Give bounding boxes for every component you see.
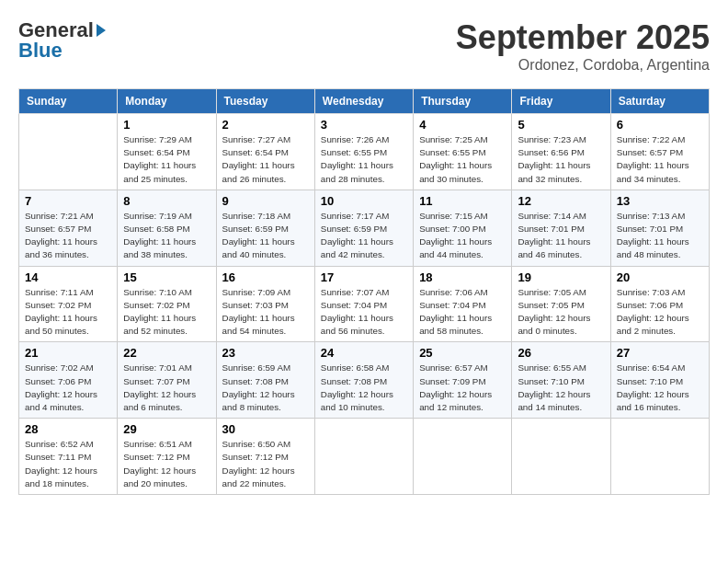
day-number: 17	[321, 270, 407, 284]
day-info: Sunrise: 6:50 AM Sunset: 7:12 PM Dayligh…	[222, 438, 309, 490]
header-saturday: Saturday	[610, 89, 709, 114]
day-info: Sunrise: 6:55 AM Sunset: 7:10 PM Dayligh…	[518, 362, 604, 414]
calendar-cell	[19, 114, 118, 190]
calendar-cell: 17Sunrise: 7:07 AM Sunset: 7:04 PM Dayli…	[314, 266, 413, 342]
calendar-cell: 30Sunrise: 6:50 AM Sunset: 7:12 PM Dayli…	[216, 419, 314, 495]
week-row-3: 21Sunrise: 7:02 AM Sunset: 7:06 PM Dayli…	[19, 342, 710, 419]
day-number: 8	[123, 194, 210, 208]
day-info: Sunrise: 7:18 AM Sunset: 6:59 PM Dayligh…	[222, 210, 309, 262]
day-number: 7	[25, 194, 111, 208]
day-info: Sunrise: 7:10 AM Sunset: 7:02 PM Dayligh…	[123, 286, 210, 339]
calendar-header-row: SundayMondayTuesdayWednesdayThursdayFrid…	[19, 89, 710, 114]
day-info: Sunrise: 7:01 AM Sunset: 7:07 PM Dayligh…	[123, 362, 210, 414]
calendar-cell: 13Sunrise: 7:13 AM Sunset: 7:01 PM Dayli…	[610, 190, 709, 266]
day-info: Sunrise: 6:58 AM Sunset: 7:08 PM Dayligh…	[321, 362, 407, 414]
day-info: Sunrise: 6:52 AM Sunset: 7:11 PM Dayligh…	[25, 438, 111, 490]
day-info: Sunrise: 7:17 AM Sunset: 6:59 PM Dayligh…	[321, 210, 407, 262]
header-friday: Friday	[512, 89, 610, 114]
day-info: Sunrise: 7:05 AM Sunset: 7:05 PM Dayligh…	[518, 286, 604, 339]
day-info: Sunrise: 6:59 AM Sunset: 7:08 PM Dayligh…	[222, 362, 309, 414]
day-info: Sunrise: 7:22 AM Sunset: 6:57 PM Dayligh…	[617, 133, 703, 186]
month-title: September 2025	[456, 18, 710, 57]
day-number: 27	[617, 346, 703, 360]
header-wednesday: Wednesday	[314, 89, 413, 114]
calendar-cell: 19Sunrise: 7:05 AM Sunset: 7:05 PM Dayli…	[512, 266, 610, 342]
header: General Blue September 2025 Ordonez, Cor…	[18, 18, 710, 74]
day-info: Sunrise: 7:02 AM Sunset: 7:06 PM Dayligh…	[25, 362, 111, 414]
day-number: 4	[419, 118, 506, 132]
calendar-table: SundayMondayTuesdayWednesdayThursdayFrid…	[18, 88, 710, 495]
day-info: Sunrise: 7:19 AM Sunset: 6:58 PM Dayligh…	[123, 210, 210, 262]
day-info: Sunrise: 7:03 AM Sunset: 7:06 PM Dayligh…	[617, 286, 703, 339]
week-row-4: 28Sunrise: 6:52 AM Sunset: 7:11 PM Dayli…	[19, 419, 710, 495]
day-number: 25	[419, 346, 506, 360]
calendar-cell: 15Sunrise: 7:10 AM Sunset: 7:02 PM Dayli…	[118, 266, 216, 342]
day-number: 23	[222, 346, 309, 360]
calendar-cell	[512, 419, 610, 495]
calendar-cell: 12Sunrise: 7:14 AM Sunset: 7:01 PM Dayli…	[512, 190, 610, 266]
week-row-1: 7Sunrise: 7:21 AM Sunset: 6:57 PM Daylig…	[19, 190, 710, 266]
day-number: 12	[518, 194, 604, 208]
day-number: 26	[518, 346, 604, 360]
calendar-cell	[414, 419, 512, 495]
day-number: 20	[617, 270, 703, 284]
calendar-cell: 26Sunrise: 6:55 AM Sunset: 7:10 PM Dayli…	[512, 342, 610, 419]
calendar-cell: 29Sunrise: 6:51 AM Sunset: 7:12 PM Dayli…	[118, 419, 216, 495]
day-info: Sunrise: 7:29 AM Sunset: 6:54 PM Dayligh…	[123, 133, 210, 186]
week-row-0: 1Sunrise: 7:29 AM Sunset: 6:54 PM Daylig…	[19, 114, 710, 190]
day-info: Sunrise: 7:21 AM Sunset: 6:57 PM Dayligh…	[25, 210, 111, 262]
day-info: Sunrise: 7:26 AM Sunset: 6:55 PM Dayligh…	[321, 133, 407, 186]
location-title: Ordonez, Cordoba, Argentina	[456, 57, 710, 74]
day-number: 6	[617, 118, 703, 132]
title-area: September 2025 Ordonez, Cordoba, Argenti…	[456, 18, 710, 74]
day-info: Sunrise: 7:11 AM Sunset: 7:02 PM Dayligh…	[25, 286, 111, 339]
logo-arrow-icon	[97, 24, 106, 37]
calendar-cell: 1Sunrise: 7:29 AM Sunset: 6:54 PM Daylig…	[118, 114, 216, 190]
day-info: Sunrise: 7:15 AM Sunset: 7:00 PM Dayligh…	[419, 210, 506, 262]
day-info: Sunrise: 7:06 AM Sunset: 7:04 PM Dayligh…	[419, 286, 506, 339]
calendar-cell: 22Sunrise: 7:01 AM Sunset: 7:07 PM Dayli…	[118, 342, 216, 419]
header-sunday: Sunday	[19, 89, 118, 114]
week-row-2: 14Sunrise: 7:11 AM Sunset: 7:02 PM Dayli…	[19, 266, 710, 342]
header-tuesday: Tuesday	[216, 89, 314, 114]
day-info: Sunrise: 6:57 AM Sunset: 7:09 PM Dayligh…	[419, 362, 506, 414]
calendar-cell: 20Sunrise: 7:03 AM Sunset: 7:06 PM Dayli…	[610, 266, 709, 342]
calendar-cell: 11Sunrise: 7:15 AM Sunset: 7:00 PM Dayli…	[414, 190, 512, 266]
calendar-cell: 25Sunrise: 6:57 AM Sunset: 7:09 PM Dayli…	[414, 342, 512, 419]
day-info: Sunrise: 6:54 AM Sunset: 7:10 PM Dayligh…	[617, 362, 703, 414]
day-number: 10	[321, 194, 407, 208]
day-number: 19	[518, 270, 604, 284]
logo: General Blue	[18, 18, 106, 63]
day-info: Sunrise: 7:14 AM Sunset: 7:01 PM Dayligh…	[518, 210, 604, 262]
calendar-cell: 4Sunrise: 7:25 AM Sunset: 6:55 PM Daylig…	[414, 114, 512, 190]
calendar-cell: 14Sunrise: 7:11 AM Sunset: 7:02 PM Dayli…	[19, 266, 118, 342]
day-number: 22	[123, 346, 210, 360]
day-number: 30	[222, 422, 309, 436]
calendar-cell: 6Sunrise: 7:22 AM Sunset: 6:57 PM Daylig…	[610, 114, 709, 190]
day-number: 11	[419, 194, 506, 208]
calendar-cell	[610, 419, 709, 495]
day-number: 14	[25, 270, 111, 284]
day-number: 18	[419, 270, 506, 284]
day-number: 21	[25, 346, 111, 360]
day-number: 1	[123, 118, 210, 132]
calendar-cell: 3Sunrise: 7:26 AM Sunset: 6:55 PM Daylig…	[314, 114, 413, 190]
day-number: 2	[222, 118, 309, 132]
calendar-cell: 7Sunrise: 7:21 AM Sunset: 6:57 PM Daylig…	[19, 190, 118, 266]
calendar-cell: 18Sunrise: 7:06 AM Sunset: 7:04 PM Dayli…	[414, 266, 512, 342]
day-info: Sunrise: 7:25 AM Sunset: 6:55 PM Dayligh…	[419, 133, 506, 186]
calendar-cell	[314, 419, 413, 495]
day-number: 15	[123, 270, 210, 284]
calendar-cell: 24Sunrise: 6:58 AM Sunset: 7:08 PM Dayli…	[314, 342, 413, 419]
day-info: Sunrise: 7:13 AM Sunset: 7:01 PM Dayligh…	[617, 210, 703, 262]
day-info: Sunrise: 7:27 AM Sunset: 6:54 PM Dayligh…	[222, 133, 309, 186]
day-number: 5	[518, 118, 604, 132]
day-info: Sunrise: 7:23 AM Sunset: 6:56 PM Dayligh…	[518, 133, 604, 186]
calendar-cell: 16Sunrise: 7:09 AM Sunset: 7:03 PM Dayli…	[216, 266, 314, 342]
calendar-cell: 10Sunrise: 7:17 AM Sunset: 6:59 PM Dayli…	[314, 190, 413, 266]
day-number: 16	[222, 270, 309, 284]
calendar-cell: 2Sunrise: 7:27 AM Sunset: 6:54 PM Daylig…	[216, 114, 314, 190]
logo-blue: Blue	[18, 39, 63, 63]
day-number: 28	[25, 422, 111, 436]
day-number: 9	[222, 194, 309, 208]
